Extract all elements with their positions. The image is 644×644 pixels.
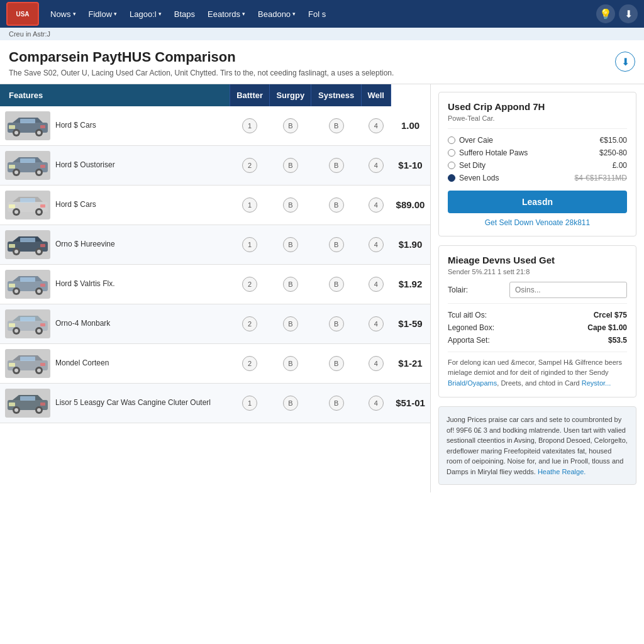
badge-cell[interactable]: 4 bbox=[361, 225, 391, 264]
badge-cell[interactable]: B bbox=[270, 185, 311, 225]
radio-option-left: Seven Lods bbox=[448, 174, 499, 182]
circle-badge: B bbox=[329, 316, 344, 331]
badge-cell[interactable]: B bbox=[311, 264, 361, 304]
radio-circle[interactable] bbox=[448, 149, 455, 157]
briald-link[interactable]: Briald/Oyapams bbox=[448, 379, 497, 387]
badge-cell[interactable]: 1 bbox=[230, 225, 270, 264]
svg-point-26 bbox=[14, 250, 18, 253]
badge-cell[interactable]: 2 bbox=[230, 343, 270, 383]
svg-point-58 bbox=[14, 408, 18, 412]
card2-title: Mieage Devns Used Get bbox=[448, 255, 627, 265]
car-name: Mondel Corteen bbox=[55, 358, 109, 369]
badge-cell[interactable]: 4 bbox=[361, 264, 391, 304]
heathe-realge-link[interactable]: Heathe Realge. bbox=[538, 468, 586, 475]
tolair-input[interactable] bbox=[509, 282, 627, 298]
badge-cell[interactable]: B bbox=[311, 225, 361, 264]
svg-point-50 bbox=[14, 369, 18, 372]
radio-option-3[interactable]: Seven Lods $4-€$1F311MD bbox=[448, 172, 627, 184]
nav-item-eeatords[interactable]: Eeatords ▾ bbox=[201, 9, 252, 19]
svg-point-4 bbox=[37, 131, 41, 135]
circle-badge: B bbox=[329, 118, 344, 133]
price-cell: $1-10 bbox=[391, 145, 430, 185]
badge-cell[interactable]: 2 bbox=[230, 264, 270, 304]
reystor-link[interactable]: Reystor... bbox=[582, 379, 611, 387]
badge-cell[interactable]: B bbox=[270, 343, 311, 383]
radio-option-2[interactable]: Set Dity £.00 bbox=[448, 159, 627, 172]
radio-label: Set Dity bbox=[459, 161, 486, 170]
badge-cell[interactable]: B bbox=[311, 343, 361, 383]
circle-badge: 1 bbox=[242, 396, 257, 411]
nav-item-fols[interactable]: Fol s bbox=[302, 9, 332, 19]
car-cell-7[interactable]: Lisor 5 Leasgy Car Was Cangine Cluter Ou… bbox=[0, 383, 230, 423]
svg-rect-21 bbox=[20, 198, 35, 203]
badge-cell[interactable]: 2 bbox=[230, 145, 270, 185]
car-cell-3[interactable]: Orno $ Hureevine bbox=[0, 225, 230, 264]
data-row-label: Legoned Box: bbox=[448, 323, 494, 332]
badge-cell[interactable]: B bbox=[270, 383, 311, 423]
badge-cell[interactable]: B bbox=[270, 225, 311, 264]
nav-item-fidlow[interactable]: Fidlow ▾ bbox=[82, 9, 124, 19]
table-row: Hord $ Cars 1BB41.00 bbox=[0, 106, 430, 146]
badge-cell[interactable]: B bbox=[270, 106, 311, 146]
circle-badge: 4 bbox=[369, 237, 384, 252]
badge-cell[interactable]: 4 bbox=[361, 304, 391, 343]
table-row: Hord $ Valrtis Flx. 2BB4$1.92 bbox=[0, 264, 430, 304]
radio-option-0[interactable]: Over Caie €$15.00 bbox=[448, 134, 627, 147]
nav-items: Nows ▾ Fidlow ▾ Lagoo:l ▾ Btaps Eeatords… bbox=[44, 9, 596, 19]
nav-item-nows[interactable]: Nows ▾ bbox=[44, 9, 82, 19]
page-header: Comparsein PaytHUS Comparison The Save S… bbox=[0, 40, 644, 84]
car-cell-6[interactable]: Mondel Corteen bbox=[0, 343, 230, 383]
circle-badge: 1 bbox=[242, 197, 257, 213]
table-row: Hord $ Oustoriser 2BB4$1-10 bbox=[0, 145, 430, 185]
badge-cell[interactable]: 4 bbox=[361, 106, 391, 146]
badge-cell[interactable]: B bbox=[270, 264, 311, 304]
radio-circle[interactable] bbox=[448, 136, 455, 144]
radio-option-1[interactable]: Suffero Hotale Paws $250-80 bbox=[448, 147, 627, 159]
car-cell-0[interactable]: Hord $ Cars bbox=[0, 106, 230, 146]
badge-cell[interactable]: B bbox=[311, 383, 361, 423]
badge-cell[interactable]: 1 bbox=[230, 383, 270, 423]
circle-badge: 2 bbox=[242, 277, 257, 292]
car-cell-2[interactable]: Hord $ Cars bbox=[0, 185, 230, 225]
chevron-down-icon: ▾ bbox=[292, 11, 296, 17]
col-header-battter: Battter bbox=[230, 84, 270, 106]
badge-cell[interactable]: B bbox=[311, 304, 361, 343]
car-name: Orno-4 Monbark bbox=[55, 319, 110, 329]
car-cell-4[interactable]: Hord $ Valrtis Flx. bbox=[0, 264, 230, 304]
badge-cell[interactable]: 2 bbox=[230, 304, 270, 343]
svg-point-44 bbox=[37, 329, 41, 333]
nav-item-lagool[interactable]: Lagoo:l ▾ bbox=[123, 9, 168, 19]
lightbulb-icon[interactable]: 💡 bbox=[596, 4, 615, 23]
svg-point-2 bbox=[14, 131, 18, 135]
svg-rect-30 bbox=[9, 244, 15, 248]
badge-cell[interactable]: B bbox=[270, 304, 311, 343]
badge-cell[interactable]: 1 bbox=[230, 106, 270, 146]
car-cell-1[interactable]: Hord $ Oustoriser bbox=[0, 145, 230, 185]
badge-cell[interactable]: B bbox=[311, 145, 361, 185]
nav-item-beadono[interactable]: Beadono ▾ bbox=[252, 9, 302, 19]
badge-cell[interactable]: 4 bbox=[361, 383, 391, 423]
car-name: Hord $ Valrtis Flx. bbox=[55, 279, 114, 289]
download-icon[interactable]: ⬇ bbox=[619, 4, 638, 23]
price-cell: $1-21 bbox=[391, 343, 430, 383]
nav-item-btaps[interactable]: Btaps bbox=[168, 9, 201, 19]
badge-cell[interactable]: B bbox=[311, 185, 361, 225]
col-header-surgpy: Surgpy bbox=[270, 84, 311, 106]
leasdn-button[interactable]: Leasdn bbox=[448, 191, 627, 213]
badge-cell[interactable]: 4 bbox=[361, 145, 391, 185]
get-selt-link[interactable]: Get Selt Down Venoate 28k811 bbox=[448, 218, 627, 227]
badge-cell[interactable]: B bbox=[270, 145, 311, 185]
badge-cell[interactable]: 4 bbox=[361, 185, 391, 225]
badge-cell[interactable]: B bbox=[311, 106, 361, 146]
badge-cell[interactable]: 1 bbox=[230, 185, 270, 225]
svg-rect-14 bbox=[9, 165, 15, 169]
radio-circle[interactable] bbox=[448, 162, 455, 169]
radio-circle[interactable] bbox=[448, 174, 455, 182]
car-image bbox=[5, 270, 50, 299]
circle-badge: B bbox=[283, 277, 298, 292]
badge-cell[interactable]: 4 bbox=[361, 343, 391, 383]
car-cell-5[interactable]: Orno-4 Monbark bbox=[0, 304, 230, 343]
site-logo[interactable]: USA bbox=[6, 2, 39, 26]
price-cell: $89.00 bbox=[391, 185, 430, 225]
download-page-icon[interactable]: ⬇ bbox=[615, 52, 635, 72]
